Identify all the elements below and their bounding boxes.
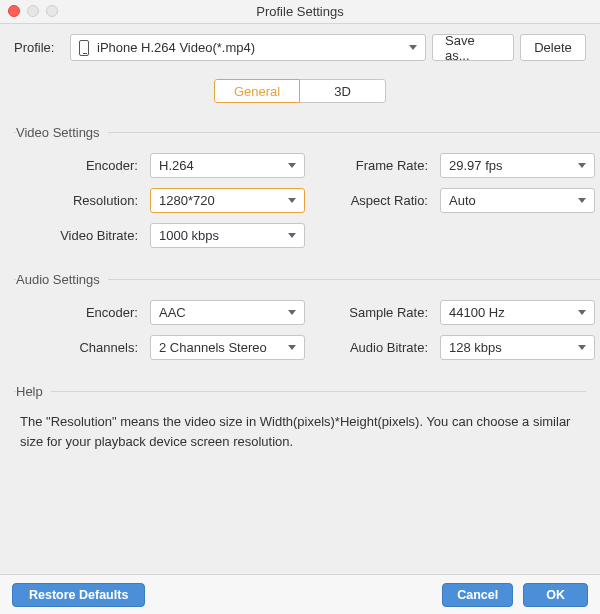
audio-encoder-label: Encoder: (20, 305, 140, 320)
chevron-down-icon (288, 198, 296, 203)
footer: Restore Defaults Cancel OK (0, 574, 600, 614)
audio-bitrate-select[interactable]: 128 kbps (440, 335, 595, 360)
help-group: Help The "Resolution" means the video si… (14, 384, 586, 452)
chevron-down-icon (288, 345, 296, 350)
window-title: Profile Settings (0, 4, 600, 19)
video-encoder-label: Encoder: (20, 158, 140, 173)
video-bitrate-select[interactable]: 1000 kbps (150, 223, 305, 248)
chevron-down-icon (578, 198, 586, 203)
chevron-down-icon (288, 163, 296, 168)
chevron-down-icon (578, 345, 586, 350)
profile-label: Profile: (14, 40, 64, 55)
minimize-icon[interactable] (27, 5, 39, 17)
audio-settings-group: Audio Settings Encoder: AAC Sample Rate:… (14, 272, 600, 360)
window-controls (8, 5, 58, 17)
ok-button[interactable]: OK (523, 583, 588, 607)
audio-encoder-select[interactable]: AAC (150, 300, 305, 325)
phone-icon (79, 40, 89, 56)
titlebar: Profile Settings (0, 0, 600, 24)
aspect-ratio-select[interactable]: Auto (440, 188, 595, 213)
content: Profile: iPhone H.264 Video(*.mp4) Save … (0, 24, 600, 574)
profile-value: iPhone H.264 Video(*.mp4) (97, 40, 255, 55)
help-legend: Help (16, 384, 51, 399)
channels-label: Channels: (20, 340, 140, 355)
close-icon[interactable] (8, 5, 20, 17)
aspect-ratio-label: Aspect Ratio: (320, 193, 430, 208)
cancel-button[interactable]: Cancel (442, 583, 513, 607)
video-settings-group: Video Settings Encoder: H.264 Frame Rate… (14, 125, 600, 248)
help-text: The "Resolution" means the video size in… (14, 412, 586, 452)
chevron-down-icon (578, 163, 586, 168)
sample-rate-label: Sample Rate: (320, 305, 430, 320)
sample-rate-select[interactable]: 44100 Hz (440, 300, 595, 325)
chevron-down-icon (288, 310, 296, 315)
audio-legend: Audio Settings (16, 272, 108, 287)
video-bitrate-label: Video Bitrate: (20, 228, 140, 243)
chevron-down-icon (288, 233, 296, 238)
channels-select[interactable]: 2 Channels Stereo (150, 335, 305, 360)
frame-rate-select[interactable]: 29.97 fps (440, 153, 595, 178)
save-as-button[interactable]: Save as... (432, 34, 514, 61)
restore-defaults-button[interactable]: Restore Defaults (12, 583, 145, 607)
resolution-select[interactable]: 1280*720 (150, 188, 305, 213)
video-legend: Video Settings (16, 125, 108, 140)
chevron-down-icon (578, 310, 586, 315)
audio-bitrate-label: Audio Bitrate: (320, 340, 430, 355)
resolution-label: Resolution: (20, 193, 140, 208)
video-encoder-select[interactable]: H.264 (150, 153, 305, 178)
profile-select[interactable]: iPhone H.264 Video(*.mp4) (70, 34, 426, 61)
window: Profile Settings Profile: iPhone H.264 V… (0, 0, 600, 614)
tab-bar: General 3D (14, 79, 586, 103)
tab-general[interactable]: General (214, 79, 300, 103)
tab-3d[interactable]: 3D (300, 79, 386, 103)
maximize-icon[interactable] (46, 5, 58, 17)
chevron-down-icon (409, 45, 417, 50)
profile-row: Profile: iPhone H.264 Video(*.mp4) Save … (14, 34, 586, 61)
delete-button[interactable]: Delete (520, 34, 586, 61)
frame-rate-label: Frame Rate: (320, 158, 430, 173)
